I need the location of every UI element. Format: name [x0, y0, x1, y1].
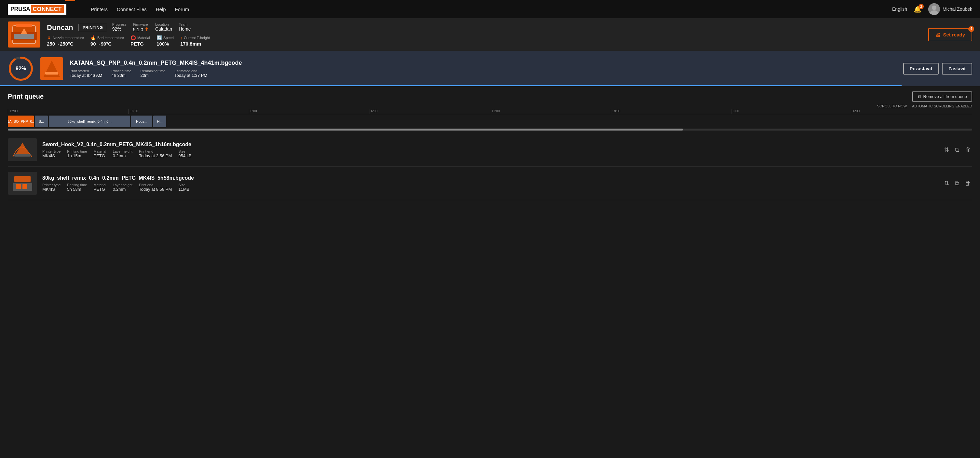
- nav-forum[interactable]: Forum: [175, 6, 189, 12]
- z-height-value: 170.8mm: [180, 41, 210, 46]
- logo-prusa: PRUSA: [10, 6, 30, 13]
- printing-time-value-2: 5h 58m: [67, 187, 87, 192]
- user-name: Michal Zoubek: [943, 6, 972, 12]
- notifications-button[interactable]: 🔔 2: [914, 5, 922, 13]
- job-times: Print started Today at 8:46 AM Printing …: [70, 69, 897, 78]
- layer-height-value-1: 0.2mm: [113, 153, 133, 158]
- item-duplicate-button-2[interactable]: ⧉: [954, 179, 961, 188]
- estimated-end-label: Estimated end: [174, 69, 207, 73]
- progress-circle: 92%: [8, 56, 34, 82]
- material-label: ⭕ Material: [130, 35, 150, 40]
- print-started-label: Print started: [70, 69, 102, 73]
- printer-type-label-2: Printer type: [42, 183, 60, 187]
- item-name-1: Sword_Hook_V2_0.4n_0.2mm_PETG_MK4IS_1h16…: [42, 142, 938, 147]
- item-delete-button-2[interactable]: 🗑: [964, 179, 972, 188]
- item-name-2: 80kg_shelf_remix_0.4n_0.2mm_PETG_MK4IS_5…: [42, 175, 938, 181]
- speed-label: 🔄 Speed: [156, 35, 174, 40]
- queue-item: 80kg_shelf_remix_0.4n_0.2mm_PETG_MK4IS_5…: [8, 167, 972, 200]
- print-end-value-2: Today at 8:58 PM: [139, 187, 172, 192]
- print-end-label-1: Print end: [139, 149, 172, 153]
- material-label-1: Material: [93, 149, 106, 153]
- stop-button[interactable]: Zastavit: [942, 63, 972, 75]
- ruler-mark-4: 12:00: [490, 109, 611, 114]
- printer-info: Duncan PRINTING Progress 92% Firmware 5.…: [40, 22, 928, 46]
- timeline-bar-2[interactable]: 80kg_shelf_remix_0.4n_0...: [49, 116, 130, 127]
- firmware-label: Firmware: [133, 22, 149, 26]
- printer-status-bar: Duncan PRINTING Progress 92% Firmware 5.…: [0, 18, 980, 51]
- size-value-1: 954 kB: [178, 153, 191, 158]
- item-duplicate-button-1[interactable]: ⧉: [954, 145, 961, 155]
- firmware-update-icon[interactable]: ⬆: [145, 26, 149, 33]
- language-button[interactable]: English: [892, 6, 907, 12]
- timeline-bar-0[interactable]: NA_SQ_PNP_0...: [8, 116, 34, 127]
- item-info-1: Sword_Hook_V2_0.4n_0.2mm_PETG_MK4IS_1h16…: [42, 142, 938, 158]
- pause-button[interactable]: Pozastavit: [903, 63, 939, 75]
- ruler-mark-5: 18:00: [611, 109, 732, 114]
- avatar: [928, 3, 940, 15]
- printer-thumbnail: [8, 21, 40, 48]
- timeline-area: SCROLL TO NOW AUTOMATIC SCROLLING ENABLE…: [0, 104, 980, 131]
- beta-badge: BETA: [65, 0, 75, 1]
- nozzle-temp-value: 250→250°C: [47, 41, 84, 46]
- notification-badge: 2: [918, 4, 924, 9]
- remove-all-button[interactable]: 🗑 Remove all from queue: [912, 91, 972, 102]
- logo-connect: CONNECT: [31, 5, 64, 13]
- speed: 🔄 Speed 100%: [156, 35, 174, 46]
- material: ⭕ Material PETG: [130, 35, 150, 46]
- printing-time-value: 4h 30m: [111, 73, 131, 78]
- logo[interactable]: PRUSA CONNECT BETA: [8, 4, 75, 14]
- queue-items: Sword_Hook_V2_0.4n_0.2mm_PETG_MK4IS_1h16…: [0, 133, 980, 200]
- layer-height-label-2: Layer height: [113, 183, 133, 187]
- timeline-bar-3[interactable]: Hous...: [131, 116, 152, 127]
- team-label: Team: [179, 22, 191, 26]
- svg-rect-19: [22, 184, 27, 189]
- nozzle-temp: 🌡 Nozzle temperature 250→250°C: [47, 35, 84, 46]
- item-meta-2: Printer type MK4IS Printing time 5h 58m …: [42, 183, 938, 192]
- material-value: PETG: [130, 41, 150, 46]
- item-thumbnail-2: [8, 172, 37, 195]
- team-value: Home: [179, 26, 191, 32]
- material-label-2: Material: [93, 183, 106, 187]
- nav-links: Printers Connect Files Help Forum: [91, 6, 189, 12]
- print-end-label-2: Print end: [139, 183, 172, 187]
- size-label-2: Size: [178, 183, 189, 187]
- bed-temp-value: 90→90°C: [91, 41, 124, 46]
- nav-connect-files[interactable]: Connect Files: [117, 6, 147, 12]
- nav-help[interactable]: Help: [156, 6, 166, 12]
- timeline-scrollbar[interactable]: [8, 129, 972, 131]
- ruler-mark-2: 0:00: [249, 109, 370, 114]
- printing-time-label-2: Printing time: [67, 183, 87, 187]
- z-height-icon: ↕: [180, 35, 183, 40]
- progress-value: 92%: [112, 26, 127, 32]
- item-reorder-button-2[interactable]: ⇅: [943, 179, 950, 188]
- print-started-value: Today at 8:46 AM: [70, 73, 102, 78]
- job-filename: KATANA_SQ_PNP_0.4n_0.2mm_PETG_MK4IS_4h41…: [70, 59, 897, 66]
- progress-label: Progress: [112, 22, 127, 26]
- job-thumbnail: [40, 57, 63, 80]
- job-progress-pct: 92%: [16, 66, 26, 72]
- set-ready-button[interactable]: 🖨 Set ready 4: [928, 28, 972, 41]
- timeline-bars: NA_SQ_PNP_0... S... 80kg_shelf_remix_0.4…: [8, 116, 972, 127]
- item-actions-2: ⇅ ⧉ 🗑: [943, 179, 972, 188]
- location-label: Location: [155, 22, 172, 26]
- nav-right: English 🔔 2 Michal Zoubek: [892, 3, 972, 15]
- item-delete-button-1[interactable]: 🗑: [964, 145, 972, 155]
- item-reorder-button-1[interactable]: ⇅: [943, 145, 950, 155]
- scroll-controls: SCROLL TO NOW AUTOMATIC SCROLLING ENABLE…: [8, 104, 972, 108]
- user-menu[interactable]: Michal Zoubek: [928, 3, 972, 15]
- printer-meta: Progress 92% Firmware 5.1.0 ⬆ Location C…: [112, 22, 191, 33]
- layer-height-label-1: Layer height: [113, 149, 133, 153]
- nav-printers[interactable]: Printers: [91, 6, 108, 12]
- set-ready-icon: 🖨: [935, 32, 940, 37]
- printer-status: PRINTING: [78, 24, 107, 31]
- size-value-2: 11MB: [178, 187, 189, 192]
- queue-header: Print queue 🗑 Remove all from queue: [0, 86, 980, 104]
- speed-icon: 🔄: [156, 35, 162, 40]
- timeline-bar-1[interactable]: S...: [35, 116, 48, 127]
- timeline-bar-4[interactable]: H...: [153, 116, 166, 127]
- remaining-time-value: 20m: [140, 73, 165, 78]
- job-details: KATANA_SQ_PNP_0.4n_0.2mm_PETG_MK4IS_4h41…: [70, 59, 897, 78]
- job-progress-bar: [0, 85, 902, 86]
- item-thumbnail-1: [8, 138, 37, 161]
- scroll-to-now[interactable]: SCROLL TO NOW: [877, 104, 907, 108]
